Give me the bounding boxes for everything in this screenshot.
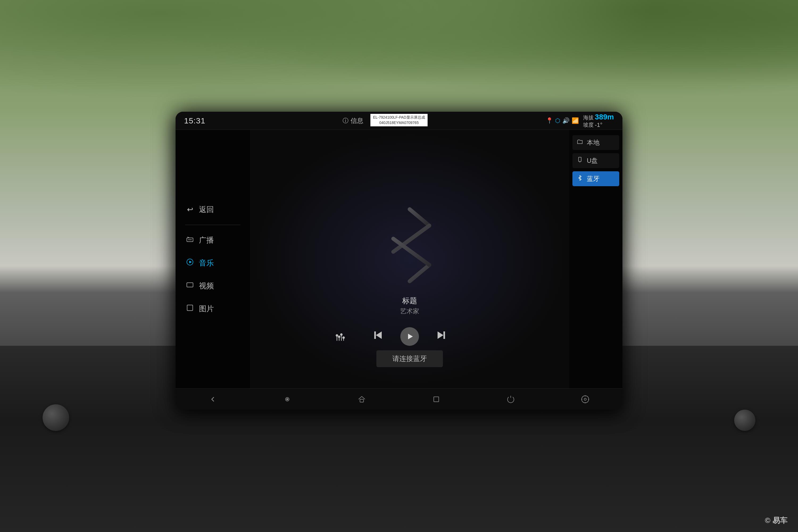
video-label: 视频 <box>199 281 214 291</box>
track-artist: 艺术家 <box>400 307 419 316</box>
svg-rect-25 <box>443 331 445 339</box>
left-sidebar: ↩ 返回 广播 <box>175 130 250 388</box>
image-icon <box>185 304 195 314</box>
svg-rect-26 <box>578 157 581 162</box>
radio-icon <box>185 235 195 245</box>
bottom-recents-button[interactable] <box>428 391 444 407</box>
video-icon <box>185 281 195 290</box>
music-label: 音乐 <box>199 258 214 268</box>
bluetooth-large-icon <box>375 203 444 288</box>
watermark-brand: 易车 <box>773 516 787 525</box>
svg-point-20 <box>343 337 344 339</box>
watermark: © 易车 <box>765 515 787 526</box>
source-bluetooth[interactable]: 蓝牙 <box>572 171 619 186</box>
svg-rect-36 <box>434 397 439 402</box>
bottom-settings-button[interactable] <box>577 391 593 407</box>
source-bluetooth-label: 蓝牙 <box>587 174 600 183</box>
bottom-navigation-bar <box>175 388 623 410</box>
info-menu-item[interactable]: ⓘ 信息 <box>343 116 363 125</box>
svg-point-17 <box>336 335 338 337</box>
status-right-area: 📍 ⬡ 🔊 📶 海拔 389m 坡度 -1° <box>546 113 614 129</box>
svg-line-11 <box>410 265 429 281</box>
main-content-area: ↩ 返回 广播 <box>175 130 623 388</box>
player-area: 标题 艺术家 <box>250 130 569 388</box>
next-button[interactable] <box>435 329 448 344</box>
info-circle-icon: ⓘ <box>343 117 348 125</box>
sidebar-item-video[interactable]: 视频 <box>181 277 245 295</box>
clock: 15:31 <box>184 116 205 125</box>
source-usb-label: U盘 <box>587 156 598 165</box>
sticker-line1: EL-7924100LF-PAD显示屏总成 <box>373 115 425 120</box>
svg-rect-7 <box>187 305 193 311</box>
slope-value: -1° <box>595 121 602 129</box>
infotainment-screen: EL-7924100LF-PAD显示屏总成 040J518EYMA0709765… <box>175 112 623 410</box>
back-arrow-icon: ↩ <box>185 205 195 214</box>
signal-status-icon: 📶 <box>572 117 579 124</box>
svg-rect-35 <box>360 399 363 402</box>
svg-marker-21 <box>376 331 382 339</box>
bottom-power-button[interactable] <box>503 391 519 407</box>
track-title: 标题 <box>400 296 419 306</box>
altitude-value: 389m <box>595 113 614 121</box>
sidebar-item-back[interactable]: ↩ 返回 <box>181 201 245 218</box>
svg-rect-6 <box>187 283 193 287</box>
sidebar-divider-1 <box>185 225 241 225</box>
music-play-icon <box>185 258 195 268</box>
svg-point-18 <box>338 336 340 338</box>
svg-marker-5 <box>189 261 192 263</box>
volume-knob-left[interactable] <box>42 404 69 431</box>
usb-icon <box>576 157 584 165</box>
volume-knob-right[interactable] <box>734 410 756 431</box>
watermark-symbol: © <box>765 516 771 525</box>
device-sticker: EL-7924100LF-PAD显示屏总成 040J518EYMA0709765 <box>370 114 428 126</box>
svg-rect-22 <box>374 331 376 339</box>
bluetooth-status-icon: ⬡ <box>555 117 560 124</box>
source-usb[interactable]: U盘 <box>572 153 619 168</box>
altitude-info: 海拔 389m 坡度 -1° <box>583 113 614 129</box>
status-icons-group: 📍 ⬡ 🔊 📶 <box>546 117 579 124</box>
bt-source-icon <box>576 175 584 183</box>
folder-icon <box>576 138 584 147</box>
slope-label: 坡度 <box>583 121 594 129</box>
screen-content: 15:31 ⓘ 信息 ⚙ 便捷 📍 <box>175 112 623 410</box>
svg-point-37 <box>584 398 586 400</box>
player-controls <box>372 327 448 346</box>
location-icon: 📍 <box>546 117 553 124</box>
source-local[interactable]: 本地 <box>572 135 619 150</box>
bottom-back-button[interactable] <box>205 391 221 407</box>
sidebar-item-music[interactable]: 音乐 <box>181 254 245 272</box>
image-label: 图片 <box>199 304 214 314</box>
sidebar-item-radio[interactable]: 广播 <box>181 231 245 249</box>
bt-connect-banner: 请连接蓝牙 <box>376 350 443 367</box>
svg-point-34 <box>286 398 288 400</box>
svg-marker-23 <box>408 334 413 339</box>
right-source-panel: 本地 U盘 <box>569 130 623 388</box>
prev-button[interactable] <box>372 329 384 344</box>
equalizer-button[interactable] <box>335 333 346 346</box>
radio-label: 广播 <box>199 235 214 245</box>
play-button[interactable] <box>400 327 419 346</box>
svg-marker-24 <box>438 331 443 339</box>
track-info: 标题 艺术家 <box>400 296 419 316</box>
sidebar-item-image[interactable]: 图片 <box>181 300 245 318</box>
info-label: 信息 <box>350 116 363 125</box>
svg-point-19 <box>341 334 342 336</box>
source-local-label: 本地 <box>587 138 600 147</box>
volume-status-icon: 🔊 <box>562 117 570 124</box>
altitude-label: 海拔 <box>583 114 594 121</box>
sticker-line2: 040J518EYMA0709765 <box>373 120 425 126</box>
bottom-home-button[interactable] <box>354 391 370 407</box>
bottom-android-button[interactable] <box>279 391 295 407</box>
back-label: 返回 <box>199 205 214 215</box>
svg-line-9 <box>410 209 429 226</box>
